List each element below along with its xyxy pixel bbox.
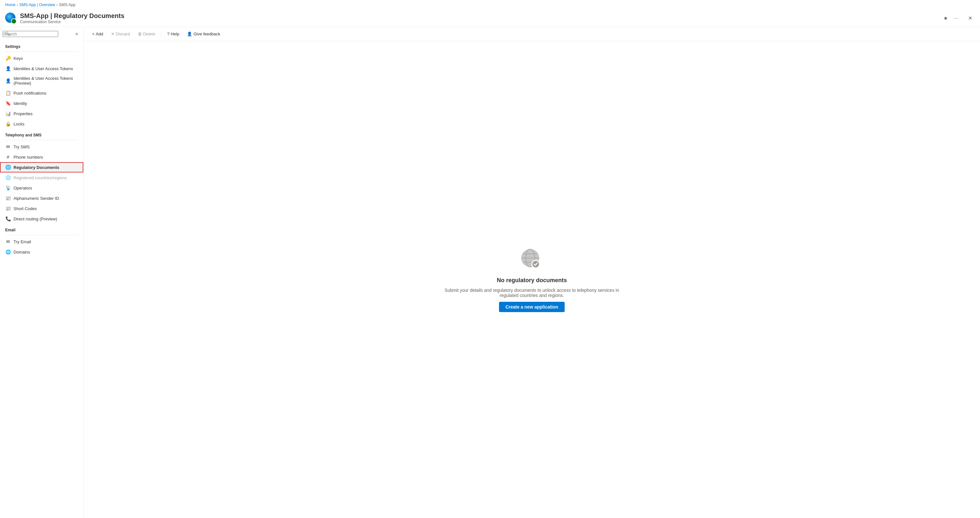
operators-icon: 📡	[5, 185, 11, 191]
breadcrumb: Home › SMS-App | Overview › SMS-App	[0, 0, 980, 10]
toolbar: + Add ✕ Discard 🗑 Delete ? Help 👤 Give f…	[84, 27, 980, 41]
app-title-block: SMS-App | Regulatory Documents Communica…	[20, 12, 942, 24]
identities-tokens-icon: 👤	[5, 66, 11, 72]
direct-routing-icon: 📞	[5, 216, 11, 222]
keys-label: Keys	[14, 56, 23, 61]
more-options-button[interactable]: ···	[952, 14, 960, 22]
short-codes-label: Short Codes	[14, 206, 37, 211]
push-notifications-icon: 📋	[5, 90, 11, 96]
sidebar-item-identities-tokens[interactable]: 👤 Identities & User Access Tokens	[0, 64, 83, 74]
empty-globe-svg	[519, 248, 541, 270]
phone-numbers-icon: #	[5, 154, 11, 160]
sidebar-item-short-codes[interactable]: 📰 Short Codes	[0, 203, 83, 214]
help-button[interactable]: ? Help	[164, 30, 183, 38]
create-application-button[interactable]: Create a new application	[499, 302, 565, 312]
empty-state-description: Submit your details and regulatory docum…	[435, 288, 628, 298]
sidebar-item-alphanumeric-sender[interactable]: 📰 Alphanumeric Sender ID	[0, 193, 83, 203]
sidebar: « Settings 🔑 Keys 👤 Identities & User Ac…	[0, 27, 84, 518]
identities-tokens-preview-label: Identities & User Access Tokens (Preview…	[14, 76, 78, 86]
sidebar-top: «	[0, 27, 83, 41]
identities-tokens-preview-icon: 👤	[5, 78, 11, 84]
discard-icon: ✕	[111, 32, 115, 37]
push-notifications-label: Push notifications	[14, 91, 46, 95]
sidebar-item-keys[interactable]: 🔑 Keys	[0, 53, 83, 64]
toolbar-divider	[161, 31, 161, 37]
app-icon	[5, 13, 17, 24]
breadcrumb-current: SMS-App	[59, 3, 75, 7]
settings-divider	[5, 51, 78, 52]
direct-routing-label: Direct routing (Preview)	[14, 216, 57, 221]
help-label: Help	[171, 32, 180, 37]
main-layout: « Settings 🔑 Keys 👤 Identities & User Ac…	[0, 27, 980, 518]
sidebar-item-identities-tokens-preview[interactable]: 👤 Identities & User Access Tokens (Previ…	[0, 74, 83, 88]
favorite-button[interactable]: ★	[942, 14, 950, 22]
breadcrumb-overview[interactable]: SMS-App | Overview	[19, 3, 55, 7]
delete-icon: 🗑	[138, 32, 142, 37]
locks-icon: 🔒	[5, 121, 11, 127]
sidebar-item-registered-countries: 🌐 Registered countries/regions	[0, 172, 83, 183]
breadcrumb-home[interactable]: Home	[5, 3, 16, 7]
sidebar-item-try-sms[interactable]: ✉ Try SMS	[0, 141, 83, 152]
sidebar-item-push-notifications[interactable]: 📋 Push notifications	[0, 88, 83, 98]
content-area: + Add ✕ Discard 🗑 Delete ? Help 👤 Give f…	[84, 27, 980, 518]
operators-label: Operators	[14, 186, 32, 191]
properties-icon: 📊	[5, 111, 11, 116]
feedback-label: Give feedback	[193, 32, 220, 37]
app-header: SMS-App | Regulatory Documents Communica…	[0, 10, 980, 27]
sidebar-item-direct-routing[interactable]: 📞 Direct routing (Preview)	[0, 214, 83, 224]
domains-icon: 🌐	[5, 249, 11, 255]
registered-countries-label: Registered countries/regions	[14, 175, 67, 180]
try-email-label: Try Email	[14, 239, 31, 244]
sidebar-item-identity[interactable]: 🔖 Identity	[0, 98, 83, 108]
feedback-button[interactable]: 👤 Give feedback	[184, 30, 223, 38]
identity-icon: 🔖	[5, 100, 11, 106]
discard-label: Discard	[116, 32, 130, 37]
app-title: SMS-App | Regulatory Documents	[20, 12, 942, 20]
sidebar-item-operators[interactable]: 📡 Operators	[0, 183, 83, 193]
email-section-label: Email	[0, 224, 83, 234]
try-email-icon: ✉	[5, 239, 11, 245]
add-button[interactable]: + Add	[89, 30, 107, 38]
header-actions: ★ ···	[942, 14, 960, 22]
feedback-icon: 👤	[187, 32, 192, 37]
svg-point-5	[532, 260, 539, 268]
alphanumeric-sender-label: Alphanumeric Sender ID	[14, 196, 59, 201]
domains-label: Domains	[14, 249, 30, 254]
close-button[interactable]: ✕	[966, 14, 975, 22]
locks-label: Locks	[14, 122, 24, 126]
sidebar-item-phone-numbers[interactable]: # Phone numbers	[0, 152, 83, 162]
identities-tokens-label: Identities & User Access Tokens	[14, 66, 73, 71]
delete-label: Delete	[143, 32, 155, 37]
identity-label: Identity	[14, 101, 27, 106]
collapse-button[interactable]: «	[73, 28, 81, 39]
empty-state: No regulatory documents Submit your deta…	[84, 41, 980, 518]
add-label: Add	[96, 32, 103, 37]
sidebar-item-domains[interactable]: 🌐 Domains	[0, 247, 83, 257]
search-wrapper	[3, 31, 73, 37]
empty-icon	[519, 248, 545, 273]
settings-section-label: Settings	[0, 41, 83, 50]
keys-icon: 🔑	[5, 56, 11, 61]
empty-state-title: No regulatory documents	[497, 277, 567, 284]
search-input[interactable]	[3, 31, 58, 37]
app-subtitle: Communication Service	[20, 20, 942, 24]
sidebar-item-properties[interactable]: 📊 Properties	[0, 108, 83, 119]
telephony-section-label: Telephony and SMS	[0, 129, 83, 139]
telephony-divider	[5, 140, 78, 140]
regulatory-documents-icon: 🌐	[5, 164, 11, 170]
app-globe-icon	[5, 13, 16, 23]
try-sms-icon: ✉	[5, 144, 11, 149]
discard-button[interactable]: ✕ Discard	[108, 30, 133, 38]
sidebar-item-regulatory-documents[interactable]: 🌐 Regulatory Documents	[0, 162, 83, 172]
regulatory-documents-label: Regulatory Documents	[14, 165, 59, 170]
registered-countries-icon: 🌐	[5, 175, 11, 181]
help-icon: ?	[167, 32, 169, 37]
properties-label: Properties	[14, 111, 32, 116]
sidebar-item-try-email[interactable]: ✉ Try Email	[0, 237, 83, 247]
sidebar-item-locks[interactable]: 🔒 Locks	[0, 119, 83, 129]
try-sms-label: Try SMS	[14, 145, 30, 149]
delete-button[interactable]: 🗑 Delete	[135, 30, 159, 38]
add-icon: +	[92, 32, 95, 37]
short-codes-icon: 📰	[5, 206, 11, 211]
alphanumeric-sender-icon: 📰	[5, 195, 11, 201]
